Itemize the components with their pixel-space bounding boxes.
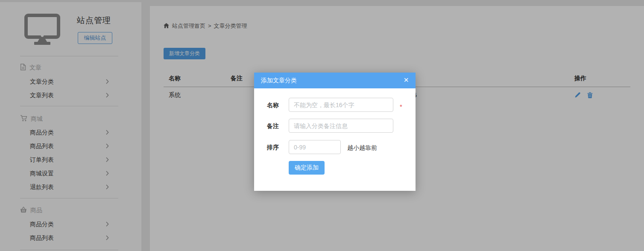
note-input[interactable] <box>289 119 393 133</box>
note-field-label: 备注 <box>267 123 279 130</box>
confirm-add-button[interactable]: 确定添加 <box>289 161 325 175</box>
close-icon[interactable]: × <box>397 73 416 88</box>
add-category-modal: 添加文章分类 × 名称 * 备注 排序 越小越靠前 确定添加 <box>254 73 416 191</box>
required-asterisk: * <box>400 103 402 110</box>
modal-body: 名称 * 备注 排序 越小越靠前 确定添加 <box>254 88 416 191</box>
modal-header: 添加文章分类 × <box>254 73 416 88</box>
name-field-label: 名称 <box>267 102 279 109</box>
sort-input[interactable] <box>289 140 341 154</box>
name-input[interactable] <box>289 98 393 112</box>
sort-field-label: 排序 <box>267 144 279 152</box>
sort-hint-text: 越小越靠前 <box>347 144 377 152</box>
modal-title: 添加文章分类 <box>254 73 416 88</box>
